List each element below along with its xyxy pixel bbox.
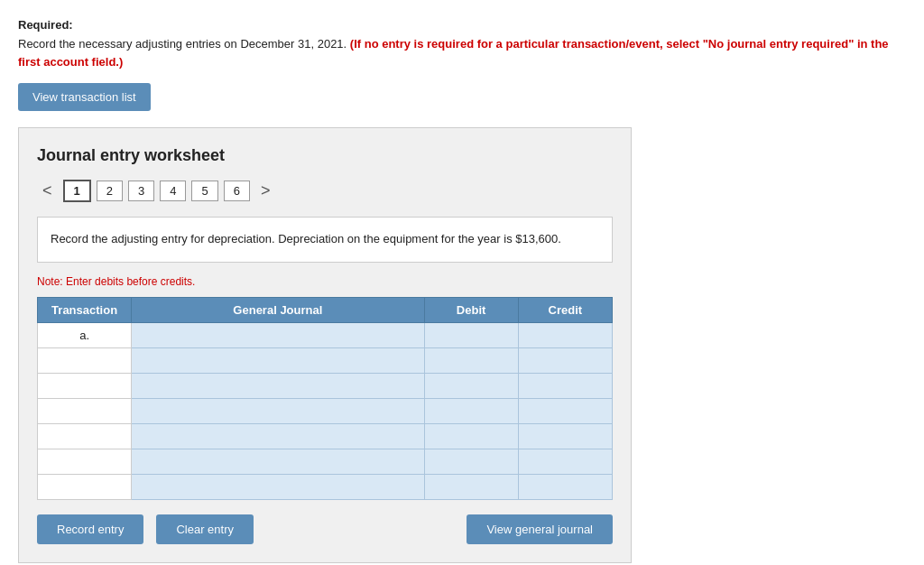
pagination: < 1 2 3 4 5 6 > (37, 180, 613, 202)
credit-cell-4[interactable] (518, 423, 612, 449)
credit-cell-3[interactable] (518, 398, 612, 423)
general-journal-input-4[interactable] (135, 431, 420, 443)
table-row (38, 373, 613, 398)
credit-input-4[interactable] (522, 431, 608, 443)
credit-cell-0[interactable] (518, 322, 612, 347)
general-journal-cell-6[interactable] (132, 474, 424, 499)
col-header-general-journal: General Journal (132, 297, 424, 322)
debit-input-1[interactable] (429, 355, 514, 367)
general-journal-input-5[interactable] (135, 456, 420, 468)
general-journal-cell-4[interactable] (132, 423, 424, 449)
debit-cell-1[interactable] (424, 347, 518, 373)
debit-cell-0[interactable] (424, 322, 518, 347)
page-2[interactable]: 2 (97, 181, 123, 201)
general-journal-cell-3[interactable] (132, 398, 424, 423)
credit-cell-2[interactable] (518, 373, 612, 398)
worksheet-title: Journal entry worksheet (37, 146, 613, 165)
debit-cell-4[interactable] (424, 423, 518, 449)
transaction-cell-2 (38, 373, 132, 398)
table-row (38, 423, 613, 449)
credit-cell-5[interactable] (518, 449, 612, 474)
debit-input-5[interactable] (429, 456, 514, 468)
debit-cell-3[interactable] (424, 398, 518, 423)
view-general-journal-button[interactable]: View general journal (467, 514, 613, 544)
description-box: Record the adjusting entry for depreciat… (37, 217, 613, 263)
general-journal-input-3[interactable] (135, 405, 420, 418)
clear-entry-button[interactable]: Clear entry (156, 514, 254, 544)
instruction-plain: Record the necessary adjusting entries o… (18, 37, 350, 51)
credit-input-3[interactable] (522, 405, 608, 418)
page-4[interactable]: 4 (160, 181, 186, 201)
debit-cell-2[interactable] (424, 373, 518, 398)
credit-cell-1[interactable] (518, 347, 612, 373)
worksheet-container: Journal entry worksheet < 1 2 3 4 5 6 > … (18, 127, 632, 563)
credit-input-5[interactable] (522, 456, 608, 468)
page-1[interactable]: 1 (63, 180, 91, 202)
table-row (38, 347, 613, 373)
transaction-cell-6 (38, 474, 132, 499)
table-row (38, 474, 613, 499)
debit-cell-6[interactable] (424, 474, 518, 499)
table-row (38, 398, 613, 423)
credit-input-6[interactable] (522, 481, 608, 494)
pagination-next[interactable]: > (255, 180, 276, 202)
debit-input-0[interactable] (429, 329, 514, 342)
general-journal-cell-5[interactable] (132, 449, 424, 474)
general-journal-input-2[interactable] (135, 380, 420, 393)
general-journal-input-6[interactable] (135, 481, 420, 494)
buttons-row: Record entry Clear entry View general jo… (37, 514, 613, 544)
credit-input-0[interactable] (522, 329, 608, 342)
record-entry-button[interactable]: Record entry (37, 514, 143, 544)
debit-input-4[interactable] (429, 431, 514, 443)
general-journal-input-0[interactable] (135, 329, 420, 342)
general-journal-input-1[interactable] (135, 355, 420, 367)
debit-input-6[interactable] (429, 481, 514, 494)
table-row (38, 449, 613, 474)
credit-input-1[interactable] (522, 355, 608, 367)
journal-table: Transaction General Journal Debit Credit… (37, 297, 613, 500)
debit-cell-5[interactable] (424, 449, 518, 474)
col-header-credit: Credit (518, 297, 612, 322)
page-3[interactable]: 3 (128, 181, 154, 201)
transaction-cell-1 (38, 347, 132, 373)
page-6[interactable]: 6 (224, 181, 250, 201)
general-journal-cell-0[interactable] (132, 322, 424, 347)
instruction: Record the necessary adjusting entries o… (18, 35, 906, 70)
transaction-cell-4 (38, 423, 132, 449)
transaction-cell-0: a. (38, 322, 132, 347)
view-transaction-list-button[interactable]: View transaction list (18, 83, 151, 111)
general-journal-cell-2[interactable] (132, 373, 424, 398)
transaction-cell-5 (38, 449, 132, 474)
pagination-prev[interactable]: < (37, 180, 58, 202)
col-header-debit: Debit (424, 297, 518, 322)
note-text: Note: Enter debits before credits. (37, 275, 613, 288)
debit-input-3[interactable] (429, 405, 514, 418)
required-label: Required: (18, 18, 906, 32)
credit-cell-6[interactable] (518, 474, 612, 499)
col-header-transaction: Transaction (38, 297, 132, 322)
debit-input-2[interactable] (429, 380, 514, 393)
table-row: a. (38, 322, 613, 347)
transaction-cell-3 (38, 398, 132, 423)
general-journal-cell-1[interactable] (132, 347, 424, 373)
credit-input-2[interactable] (522, 380, 608, 393)
page-5[interactable]: 5 (191, 181, 217, 201)
